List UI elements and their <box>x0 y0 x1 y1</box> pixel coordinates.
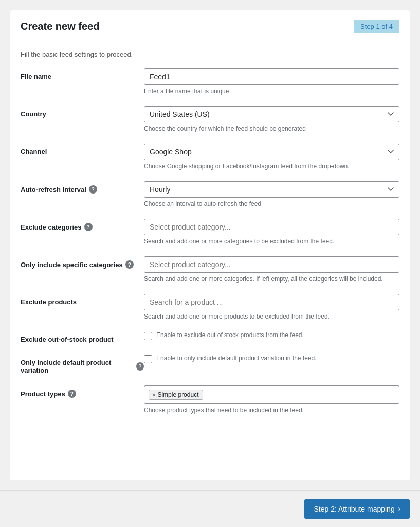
auto-refresh-help-icon[interactable]: ? <box>89 185 97 194</box>
default-variation-hint: Enable to only include default product v… <box>156 355 317 362</box>
form-header: Create new feed Step 1 of 4 <box>10 10 410 42</box>
product-types-row: Product types ? × Simple product Choose … <box>21 385 399 414</box>
country-control: United States (US) United Kingdom (UK) C… <box>144 106 399 132</box>
exclude-products-row: Exclude products Search and add one or m… <box>21 294 399 320</box>
channel-select[interactable]: Google Shop Facebook/Instagram <box>144 144 399 160</box>
exclude-products-input[interactable] <box>144 294 399 310</box>
exclude-categories-help-icon[interactable]: ? <box>84 223 93 231</box>
form-body: File name Enter a file name that is uniq… <box>10 68 410 414</box>
chevron-right-icon: › <box>398 504 400 514</box>
channel-control: Google Shop Facebook/Instagram Choose Go… <box>144 144 399 170</box>
exclude-products-hint: Search and add one or more products to b… <box>144 313 399 320</box>
file-name-input[interactable] <box>144 68 399 85</box>
auto-refresh-select[interactable]: Hourly Daily Weekly <box>144 181 399 198</box>
default-variation-control: Enable to only include default product v… <box>144 355 399 363</box>
auto-refresh-hint: Choose an interval to auto-refresh the f… <box>144 200 399 207</box>
product-type-tag-remove[interactable]: × <box>152 392 155 398</box>
channel-row: Channel Google Shop Facebook/Instagram C… <box>21 144 399 170</box>
next-step-button[interactable]: Step 2: Attribute mapping › <box>304 499 410 519</box>
include-categories-label: Only include specific categories ? <box>21 256 144 269</box>
exclude-categories-input[interactable] <box>144 219 399 235</box>
exclude-categories-row: Exclude categories ? Search and add one … <box>21 219 399 245</box>
product-types-label: Product types ? <box>21 385 144 398</box>
form-subtitle: Fill the basic feed settings to proceed. <box>10 42 410 68</box>
include-categories-hint: Search and add one or more categories. I… <box>144 275 399 283</box>
page-title: Create new feed <box>21 21 99 32</box>
product-type-tag-simple: × Simple product <box>149 390 203 400</box>
page-wrapper: Create new feed Step 1 of 4 Fill the bas… <box>0 0 420 527</box>
product-types-input[interactable]: × Simple product <box>144 385 399 404</box>
channel-label: Channel <box>21 144 144 155</box>
country-row: Country United States (US) United Kingdo… <box>21 106 399 132</box>
exclude-categories-control: Search and add one or more categories to… <box>144 219 399 245</box>
include-categories-help-icon[interactable]: ? <box>125 260 134 269</box>
include-categories-row: Only include specific categories ? Searc… <box>21 256 399 283</box>
exclude-outofstock-checkbox[interactable] <box>144 332 152 340</box>
exclude-outofstock-row: Exclude out-of-stock product Enable to e… <box>21 331 399 343</box>
page-footer: Step 2: Attribute mapping › <box>0 490 420 527</box>
file-name-control: Enter a file name that is unique <box>144 68 399 95</box>
default-variation-help-icon[interactable]: ? <box>136 362 144 371</box>
default-variation-label: Only include default product variation ? <box>21 355 144 374</box>
exclude-categories-label: Exclude categories ? <box>21 219 144 231</box>
country-label: Country <box>21 106 144 118</box>
country-select[interactable]: United States (US) United Kingdom (UK) C… <box>144 106 399 122</box>
main-content: Create new feed Step 1 of 4 Fill the bas… <box>10 10 410 480</box>
exclude-categories-hint: Search and add one or more categories to… <box>144 238 399 245</box>
file-name-label: File name <box>21 68 144 80</box>
channel-hint: Choose Google shopping or Facebook/Insta… <box>144 163 399 170</box>
exclude-outofstock-wrap: Enable to exclude out of stock products … <box>144 331 399 340</box>
default-variation-wrap: Enable to only include default product v… <box>144 355 399 363</box>
auto-refresh-control: Hourly Daily Weekly Choose an interval t… <box>144 181 399 207</box>
exclude-products-label: Exclude products <box>21 294 144 306</box>
next-step-label: Step 2: Attribute mapping <box>314 505 394 513</box>
include-categories-input[interactable] <box>144 256 399 273</box>
country-hint: Choose the country for which the feed sh… <box>144 125 399 132</box>
auto-refresh-label: Auto-refresh interval ? <box>21 181 144 194</box>
exclude-outofstock-label: Exclude out-of-stock product <box>21 331 144 343</box>
product-types-hint: Choose product types that need to be inc… <box>144 407 399 414</box>
auto-refresh-row: Auto-refresh interval ? Hourly Daily Wee… <box>21 181 399 207</box>
product-types-help-icon[interactable]: ? <box>68 390 76 398</box>
default-variation-checkbox[interactable] <box>144 355 152 363</box>
exclude-products-control: Search and add one or more products to b… <box>144 294 399 320</box>
file-name-hint: Enter a file name that is unique <box>144 87 399 95</box>
default-variation-row: Only include default product variation ?… <box>21 355 399 374</box>
exclude-outofstock-control: Enable to exclude out of stock products … <box>144 331 399 340</box>
include-categories-control: Search and add one or more categories. I… <box>144 256 399 283</box>
file-name-row: File name Enter a file name that is uniq… <box>21 68 399 95</box>
exclude-outofstock-hint: Enable to exclude out of stock products … <box>156 331 304 339</box>
step-badge: Step 1 of 4 <box>354 20 399 33</box>
product-types-control: × Simple product Choose product types th… <box>144 385 399 414</box>
